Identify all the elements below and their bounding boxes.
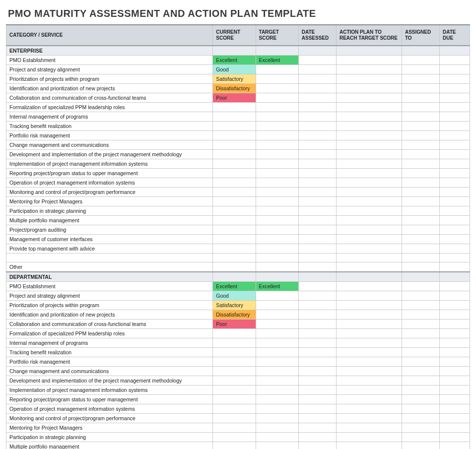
cell-assigned-to[interactable] — [402, 216, 439, 225]
cell-date-due[interactable] — [440, 301, 470, 310]
cell-assigned-to[interactable] — [402, 103, 439, 112]
cell-date-assessed[interactable] — [298, 262, 336, 272]
cell-assigned-to[interactable] — [402, 112, 439, 122]
cell-action-plan[interactable] — [336, 122, 402, 131]
cell-category[interactable]: Multiple portfolio management — [6, 442, 213, 449]
cell-date-due[interactable] — [440, 216, 470, 225]
cell-current-score[interactable] — [213, 150, 256, 159]
cell-assigned-to[interactable] — [402, 262, 439, 272]
cell-assigned-to[interactable] — [402, 131, 439, 140]
cell-date-due[interactable] — [440, 423, 470, 433]
cell-assigned-to[interactable] — [402, 56, 439, 65]
cell-category[interactable]: PMO Establishment — [6, 56, 213, 65]
cell-date-assessed[interactable] — [298, 320, 336, 329]
cell-date-assessed[interactable] — [298, 357, 336, 367]
cell-current-score[interactable]: Excellent — [213, 282, 256, 291]
cell-action-plan[interactable] — [336, 367, 402, 376]
cell-assigned-to[interactable] — [402, 140, 439, 150]
cell-action-plan[interactable] — [336, 423, 402, 433]
cell-target-score[interactable] — [256, 254, 298, 262]
cell-date-assessed[interactable] — [298, 188, 336, 197]
cell-target-score[interactable] — [256, 84, 298, 93]
cell-category[interactable]: Participation in strategic planning — [6, 206, 213, 216]
cell-current-score[interactable] — [213, 244, 256, 254]
cell-date-assessed[interactable] — [298, 159, 336, 169]
cell-date-due[interactable] — [440, 291, 470, 301]
cell-date-assessed[interactable] — [298, 385, 336, 395]
cell-date-assessed[interactable] — [298, 329, 336, 338]
cell-current-score[interactable] — [213, 131, 256, 140]
cell-target-score[interactable] — [256, 291, 298, 301]
cell-action-plan[interactable] — [336, 291, 402, 301]
cell-action-plan[interactable] — [336, 404, 402, 414]
cell-current-score[interactable]: Satisfactory — [213, 74, 256, 84]
cell-current-score[interactable] — [213, 159, 256, 169]
cell-current-score[interactable]: Good — [213, 291, 256, 301]
cell-target-score[interactable] — [256, 385, 298, 395]
cell-category[interactable]: Implementation of project management inf… — [6, 385, 213, 395]
cell-target-score[interactable] — [256, 414, 298, 423]
cell-assigned-to[interactable] — [402, 367, 439, 376]
cell-category[interactable]: Project and strategy alignment — [6, 65, 213, 74]
cell-category[interactable]: PMO Establishment — [6, 282, 213, 291]
cell-action-plan[interactable] — [336, 112, 402, 122]
cell-current-score[interactable] — [213, 423, 256, 433]
cell-category[interactable] — [6, 254, 213, 262]
cell-category[interactable]: Management of customer interfaces — [6, 235, 213, 244]
cell-action-plan[interactable] — [336, 178, 402, 188]
cell-date-due[interactable] — [440, 376, 470, 385]
cell-target-score[interactable] — [256, 122, 298, 131]
cell-action-plan[interactable] — [336, 150, 402, 159]
cell-target-score[interactable] — [256, 235, 298, 244]
cell-date-assessed[interactable] — [298, 235, 336, 244]
cell-action-plan[interactable] — [336, 320, 402, 329]
cell-date-assessed[interactable] — [298, 244, 336, 254]
cell-assigned-to[interactable] — [402, 178, 439, 188]
cell-category[interactable]: Change management and communications — [6, 140, 213, 150]
cell-assigned-to[interactable] — [402, 122, 439, 131]
cell-date-assessed[interactable] — [298, 338, 336, 348]
cell-assigned-to[interactable] — [402, 244, 439, 254]
cell-date-due[interactable] — [440, 329, 470, 338]
cell-category[interactable]: Change management and communications — [6, 367, 213, 376]
cell-date-due[interactable] — [440, 395, 470, 404]
cell-date-due[interactable] — [440, 367, 470, 376]
cell-action-plan[interactable] — [336, 329, 402, 338]
cell-date-due[interactable] — [440, 65, 470, 74]
cell-date-assessed[interactable] — [298, 376, 336, 385]
cell-category[interactable]: Portfolio risk management — [6, 131, 213, 140]
cell-date-due[interactable] — [440, 178, 470, 188]
cell-category[interactable]: Prioritization of projects within progra… — [6, 74, 213, 84]
cell-date-due[interactable] — [440, 282, 470, 291]
cell-action-plan[interactable] — [336, 225, 402, 235]
cell-target-score[interactable] — [256, 150, 298, 159]
cell-date-due[interactable] — [440, 112, 470, 122]
cell-target-score[interactable] — [256, 216, 298, 225]
cell-current-score[interactable] — [213, 225, 256, 235]
cell-category[interactable]: Reporting project/program status to uppe… — [6, 395, 213, 404]
cell-category[interactable]: Formalization of specialized PPM leaders… — [6, 103, 213, 112]
cell-target-score[interactable] — [256, 329, 298, 338]
cell-current-score[interactable]: Excellent — [213, 56, 256, 65]
cell-date-assessed[interactable] — [298, 423, 336, 433]
cell-target-score[interactable] — [256, 169, 298, 178]
cell-current-score[interactable] — [213, 112, 256, 122]
cell-date-due[interactable] — [440, 320, 470, 329]
cell-category[interactable]: Monitoring and control of project/progra… — [6, 188, 213, 197]
cell-assigned-to[interactable] — [402, 338, 439, 348]
cell-date-due[interactable] — [440, 159, 470, 169]
cell-category[interactable]: Portfolio risk management — [6, 357, 213, 367]
cell-target-score[interactable] — [256, 178, 298, 188]
cell-current-score[interactable] — [213, 348, 256, 357]
cell-target-score[interactable]: Excellent — [256, 56, 298, 65]
cell-assigned-to[interactable] — [402, 235, 439, 244]
cell-assigned-to[interactable] — [402, 93, 439, 103]
cell-assigned-to[interactable] — [402, 74, 439, 84]
cell-date-assessed[interactable] — [298, 197, 336, 206]
cell-target-score[interactable] — [256, 103, 298, 112]
cell-current-score[interactable] — [213, 197, 256, 206]
cell-category[interactable]: Formalization of specialized PPM leaders… — [6, 329, 213, 338]
cell-target-score[interactable] — [256, 301, 298, 310]
cell-date-due[interactable] — [440, 122, 470, 131]
cell-date-due[interactable] — [440, 206, 470, 216]
